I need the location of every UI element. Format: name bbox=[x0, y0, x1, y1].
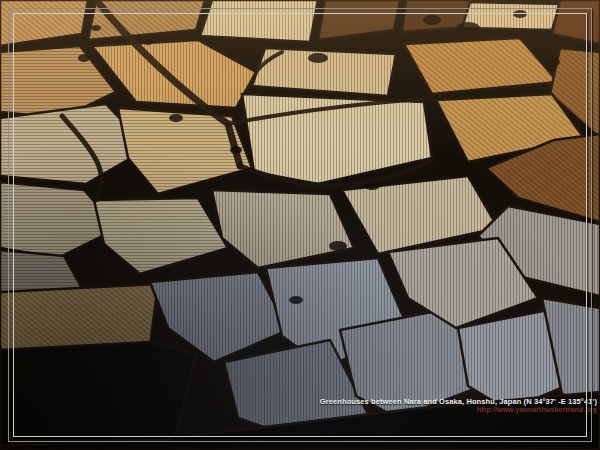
cool-tint-overlay bbox=[0, 0, 600, 450]
photo-credit-url: http://www.yannarthusbertrand.org bbox=[320, 406, 597, 413]
wallpaper-desktop: Greenhouses between Nara and Osaka, Hons… bbox=[0, 0, 600, 450]
aerial-photo-illustration bbox=[0, 0, 600, 450]
photo-caption-location: Greenhouses between Nara and Osaka, Hons… bbox=[320, 398, 597, 406]
photo-caption: Greenhouses between Nara and Osaka, Hons… bbox=[320, 398, 597, 413]
